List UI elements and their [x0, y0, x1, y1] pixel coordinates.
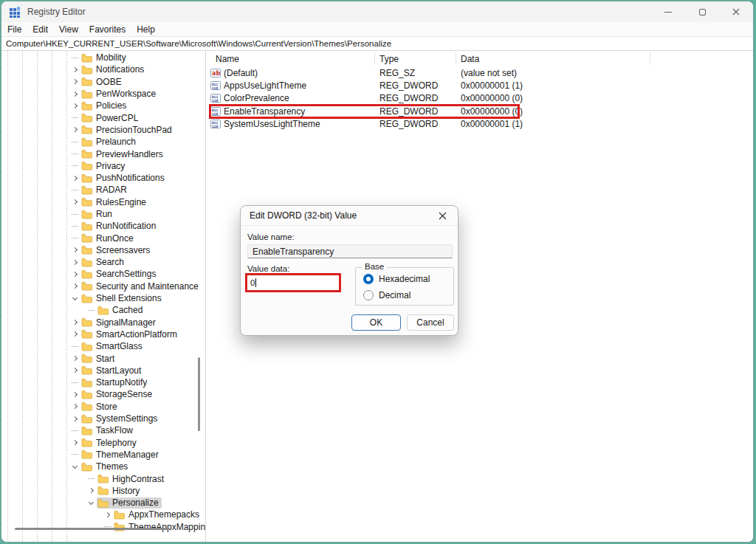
column-divider[interactable] — [374, 52, 375, 65]
chevron-right-icon[interactable] — [69, 441, 80, 444]
tree-item-body[interactable]: StartLayout — [80, 365, 144, 376]
tree-item-body[interactable]: SmartGlass — [80, 341, 145, 352]
tree-item-thememanager[interactable]: ThemeManager — [1, 449, 205, 461]
tree-item-body[interactable]: ThemeAppxMapping — [113, 521, 206, 532]
registry-value-row--default-[interactable]: ab(Default)REG_SZ(value not set) — [206, 67, 753, 80]
tree-item-body[interactable]: SignalManager — [80, 317, 159, 328]
tree-item-pushnotifications[interactable]: PushNotifications — [1, 172, 205, 184]
tree-item-searchsettings[interactable]: SearchSettings — [1, 268, 205, 280]
tree-item-oobe[interactable]: OOBE — [1, 76, 205, 88]
tree-item-body[interactable]: Prelaunch — [80, 137, 139, 148]
tree-item-themeappxmapping[interactable]: ThemeAppxMapping — [1, 521, 205, 533]
registry-value-row-appsuselighttheme[interactable]: 011110AppsUseLightThemeREG_DWORD0x000000… — [206, 80, 753, 92]
tree-item-precisiontouchpad[interactable]: PrecisionTouchPad — [1, 124, 205, 136]
tree-selected-item[interactable]: Personalize — [97, 497, 162, 509]
tree-item-mobility[interactable]: Mobility — [1, 52, 205, 63]
tree-item-body[interactable]: Notifications — [80, 64, 147, 75]
tree-item-search[interactable]: Search — [1, 256, 205, 268]
chevron-right-icon[interactable] — [69, 357, 80, 360]
tree-item-smartactionplatform[interactable]: SmartActionPlatform — [1, 328, 205, 340]
tree-item-body[interactable]: Cached — [97, 305, 145, 316]
tree-item-body[interactable]: RunOnce — [80, 233, 137, 244]
tree-item-body[interactable]: Store — [80, 401, 120, 412]
tree-item-body[interactable]: Policies — [80, 100, 129, 111]
tree-item-radar[interactable]: RADAR — [1, 184, 205, 196]
tree-item-screensavers[interactable]: Screensavers — [1, 244, 205, 256]
tree-item-body[interactable]: RunNotification — [80, 221, 159, 232]
tree-item-body[interactable]: OOBE — [80, 76, 125, 87]
chevron-right-icon[interactable] — [69, 104, 80, 108]
tree-item-systemsettings[interactable]: SystemSettings — [1, 413, 205, 424]
tree-item-shell-extensions[interactable]: Shell Extensions — [1, 292, 205, 304]
chevron-right-icon[interactable] — [69, 68, 80, 72]
tree-item-cached[interactable]: Cached — [1, 304, 205, 316]
tree-item-body[interactable]: PenWorkspace — [80, 89, 159, 100]
tree-item-body[interactable]: Themes — [80, 461, 131, 472]
chevron-right-icon[interactable] — [69, 261, 80, 264]
tree-item-body[interactable]: StartupNotify — [80, 377, 150, 388]
registry-value-row-systemuseslighttheme[interactable]: 011110SystemUsesLightThemeREG_DWORD0x000… — [206, 118, 753, 131]
tree-item-body[interactable]: AppxThemepacks — [113, 509, 202, 520]
chevron-right-icon[interactable] — [69, 80, 80, 83]
tree-item-taskflow[interactable]: TaskFlow — [1, 424, 205, 436]
tree-item-startupnotify[interactable]: StartupNotify — [1, 376, 205, 388]
column-header-type[interactable]: Type — [379, 54, 399, 64]
tree-item-signalmanager[interactable]: SignalManager — [1, 317, 205, 328]
tree-item-body[interactable]: SmartActionPlatform — [80, 328, 180, 340]
column-divider[interactable] — [650, 52, 650, 65]
chevron-right-icon[interactable] — [86, 489, 97, 492]
tree-item-body[interactable]: PreviewHandlers — [80, 148, 166, 159]
column-header-data[interactable]: Data — [461, 54, 479, 64]
tree-item-appxthemepacks[interactable]: AppxThemepacks — [1, 509, 205, 520]
chevron-right-icon[interactable] — [69, 417, 80, 421]
tree-item-highcontrast[interactable]: HighContrast — [1, 472, 205, 484]
address-bar[interactable]: Computer\HKEY_CURRENT_USER\Software\Micr… — [1, 36, 753, 51]
tree-item-personalize[interactable]: Personalize — [1, 497, 205, 509]
tree-item-prelaunch[interactable]: Prelaunch — [1, 136, 205, 148]
tree-item-body[interactable]: PowerCPL — [80, 112, 141, 123]
menu-edit[interactable]: Edit — [32, 24, 48, 35]
tree-vertical-scrollbar[interactable] — [198, 357, 200, 431]
tree-item-runonce[interactable]: RunOnce — [1, 232, 205, 244]
chevron-right-icon[interactable] — [69, 272, 80, 276]
tree-item-body[interactable]: History — [97, 485, 142, 496]
tree-horizontal-scrollbar[interactable] — [15, 528, 170, 530]
radio-decimal[interactable]: Decimal — [363, 290, 410, 300]
column-header-name[interactable]: Name — [216, 54, 239, 64]
chevron-right-icon[interactable] — [69, 320, 80, 324]
tree-item-security-and-maintenance[interactable]: Security and Maintenance — [1, 280, 205, 292]
tree-item-body[interactable]: HighContrast — [97, 473, 167, 484]
ok-button[interactable]: OK — [351, 314, 401, 331]
column-divider[interactable] — [456, 52, 456, 65]
tree-item-body[interactable]: PrecisionTouchPad — [80, 124, 175, 135]
tree-item-body[interactable]: Shell Extensions — [80, 293, 165, 304]
tree-item-history[interactable]: History — [1, 485, 205, 497]
chevron-right-icon[interactable] — [69, 332, 80, 336]
chevron-right-icon[interactable] — [69, 248, 80, 252]
chevron-right-icon[interactable] — [69, 284, 80, 288]
tree-item-themes[interactable]: Themes — [1, 461, 205, 472]
tree-item-body[interactable]: StorageSense — [80, 389, 155, 400]
chevron-right-icon[interactable] — [69, 176, 80, 180]
value-data-input[interactable]: 0 — [245, 273, 341, 292]
tree-item-previewhandlers[interactable]: PreviewHandlers — [1, 148, 205, 159]
tree-item-store[interactable]: Store — [1, 401, 205, 413]
tree-item-start[interactable]: Start — [1, 352, 205, 364]
chevron-down-icon[interactable] — [86, 502, 97, 504]
menu-file[interactable]: File — [7, 24, 21, 35]
tree-item-body[interactable]: SystemSettings — [80, 413, 160, 424]
tree-item-startlayout[interactable]: StartLayout — [1, 365, 205, 376]
tree-item-powercpl[interactable]: PowerCPL — [1, 111, 205, 123]
tree-item-body[interactable]: Start — [80, 353, 117, 364]
tree-item-telephony[interactable]: Telephony — [1, 437, 205, 449]
tree-item-body[interactable]: Screensavers — [80, 244, 153, 255]
chevron-down-icon[interactable] — [69, 466, 80, 468]
radio-hexadecimal[interactable]: Hexadecimal — [363, 274, 430, 284]
tree-item-notifications[interactable]: Notifications — [1, 63, 205, 75]
tree-item-body[interactable]: RulesEngine — [80, 196, 149, 207]
tree-item-body[interactable]: Run — [80, 209, 115, 220]
tree-item-body[interactable]: PushNotifications — [80, 173, 168, 184]
tree-item-body[interactable]: Mobility — [80, 52, 129, 63]
tree-item-penworkspace[interactable]: PenWorkspace — [1, 88, 205, 100]
maximize-button[interactable] — [685, 1, 719, 22]
